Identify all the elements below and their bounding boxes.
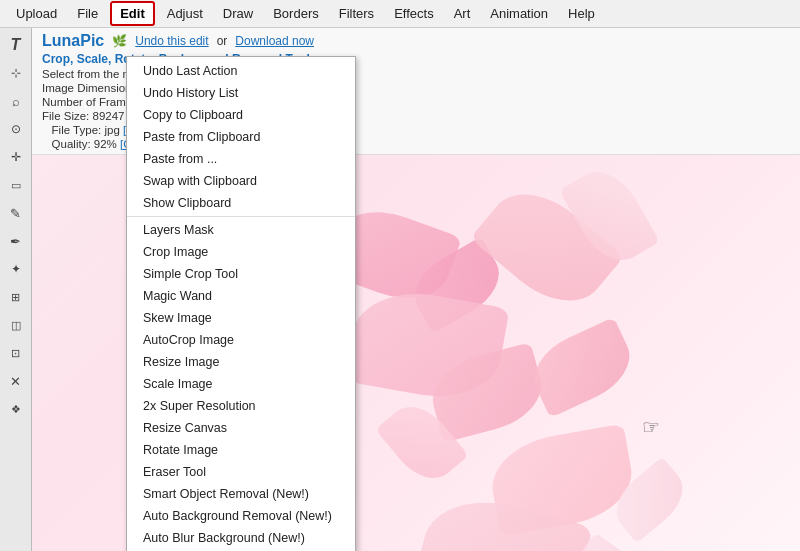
dropdown-item-resize-image[interactable]: Resize Image <box>127 351 355 373</box>
pen-tool-btn[interactable]: ✒ <box>3 228 29 254</box>
dropdown-item-super-res[interactable]: 2x Super Resolution <box>127 395 355 417</box>
dropdown-item-layers-mask[interactable]: Layers Mask <box>127 219 355 241</box>
dropdown-item-simple-crop[interactable]: Simple Crop Tool <box>127 263 355 285</box>
dropdown-item-copy-clipboard[interactable]: Copy to Clipboard <box>127 104 355 126</box>
menu-animation[interactable]: Animation <box>482 3 556 24</box>
dropdown-item-scale-image[interactable]: Scale Image <box>127 373 355 395</box>
menu-filters[interactable]: Filters <box>331 3 382 24</box>
crop-tool-btn[interactable]: ⊡ <box>3 340 29 366</box>
dropdown-item-magic-wand[interactable]: Magic Wand <box>127 285 355 307</box>
menu-adjust[interactable]: Adjust <box>159 3 211 24</box>
dropdown-item-paste-clipboard[interactable]: Paste from Clipboard <box>127 126 355 148</box>
menu-help[interactable]: Help <box>560 3 603 24</box>
left-toolbar: T ⊹ ⌕ ⊙ ✛ ▭ ✎ ✒ ✦ ⊞ ◫ ⊡ ✕ ❖ <box>0 28 32 551</box>
dropdown-item-auto-blur-bg[interactable]: Auto Blur Background (New!) <box>127 527 355 549</box>
dropdown-item-rotate-image[interactable]: Rotate Image <box>127 439 355 461</box>
pencil-tool-btn[interactable]: ✎ <box>3 200 29 226</box>
undo-link[interactable]: Undo this edit <box>135 34 208 48</box>
close-tool-btn[interactable]: ✕ <box>3 368 29 394</box>
or-text: or <box>217 34 228 48</box>
dropdown-item-paste-from[interactable]: Paste from ... <box>127 148 355 170</box>
content-area: LunaPic 🌿 Undo this edit or Download now… <box>32 28 800 551</box>
dropdown-item-eraser[interactable]: Eraser Tool <box>127 461 355 483</box>
menu-bar: Upload File Edit Adjust Draw Borders Fil… <box>0 0 800 28</box>
zoom-tool-btn[interactable]: ⌕ <box>3 88 29 114</box>
dropdown-item-swap-clipboard[interactable]: Swap with Clipboard <box>127 170 355 192</box>
eraser-tool-btn[interactable]: ◫ <box>3 312 29 338</box>
dropdown-item-smart-removal[interactable]: Smart Object Removal (New!) <box>127 483 355 505</box>
text-tool-btn[interactable]: T <box>3 32 29 58</box>
separator1 <box>127 216 355 217</box>
menu-file[interactable]: File <box>69 3 106 24</box>
search-tool-btn[interactable]: ⊙ <box>3 116 29 142</box>
cursor: ☞ <box>642 415 660 439</box>
dropdown-item-resize-canvas[interactable]: Resize Canvas <box>127 417 355 439</box>
dropdown-item-undo-last[interactable]: Undo Last Action <box>127 60 355 82</box>
move-tool-btn[interactable]: ✛ <box>3 144 29 170</box>
extra-tool-btn[interactable]: ❖ <box>3 396 29 422</box>
menu-edit[interactable]: Edit <box>110 1 155 26</box>
download-link[interactable]: Download now <box>235 34 314 48</box>
logo: LunaPic <box>42 32 104 50</box>
menu-art[interactable]: Art <box>446 3 479 24</box>
dropdown-item-undo-history[interactable]: Undo History List <box>127 82 355 104</box>
main-area: T ⊹ ⌕ ⊙ ✛ ▭ ✎ ✒ ✦ ⊞ ◫ ⊡ ✕ ❖ LunaPic 🌿 Un… <box>0 28 800 551</box>
dropdown-item-crop-image[interactable]: Crop Image <box>127 241 355 263</box>
edit-dropdown: Undo Last Action Undo History List Copy … <box>126 56 356 551</box>
dropdown-item-show-clipboard[interactable]: Show Clipboard <box>127 192 355 214</box>
clone-tool-btn[interactable]: ⊞ <box>3 284 29 310</box>
dropdown-item-skew-image[interactable]: Skew Image <box>127 307 355 329</box>
dropdown-item-auto-bg-removal[interactable]: Auto Background Removal (New!) <box>127 505 355 527</box>
menu-upload[interactable]: Upload <box>8 3 65 24</box>
menu-draw[interactable]: Draw <box>215 3 261 24</box>
menu-effects[interactable]: Effects <box>386 3 442 24</box>
leaf-icon: 🌿 <box>112 34 127 48</box>
select-tool-btn[interactable]: ⊹ <box>3 60 29 86</box>
dropdown-item-autocrop[interactable]: AutoCrop Image <box>127 329 355 351</box>
menu-borders[interactable]: Borders <box>265 3 327 24</box>
eyedropper-tool-btn[interactable]: ✦ <box>3 256 29 282</box>
rect-tool-btn[interactable]: ▭ <box>3 172 29 198</box>
